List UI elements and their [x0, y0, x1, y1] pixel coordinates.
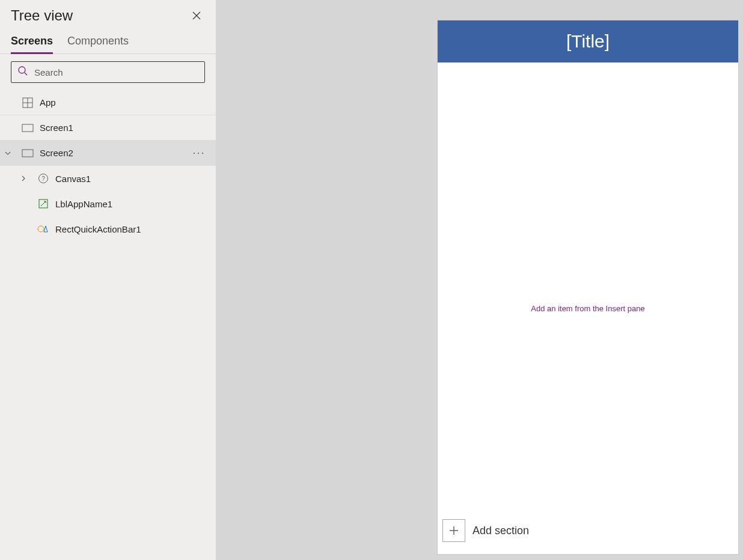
title-bar-text: [Title] [566, 31, 610, 52]
tree-item-canvas1[interactable]: ? Canvas1 [0, 166, 216, 191]
tree-item-label: Screen1 [40, 123, 209, 133]
canvas-area: [Title] Add an item from the Insert pane… [216, 0, 743, 560]
tree-item-lblappname1[interactable]: LblAppName1 [0, 191, 216, 216]
chevron-down-icon[interactable] [0, 150, 16, 157]
app-icon [22, 97, 34, 109]
add-section-button[interactable]: Add section [442, 519, 529, 542]
tab-components[interactable]: Components [67, 35, 129, 53]
tree-item-label: Canvas1 [55, 174, 209, 184]
tree-view-title: Tree view [11, 7, 73, 24]
plus-icon [442, 519, 465, 542]
label-icon [37, 198, 49, 210]
tree-item-label: Screen2 [40, 148, 183, 158]
app-root: Tree view Screens Components [0, 0, 743, 560]
search-icon [17, 65, 28, 79]
tree-view-panel: Tree view Screens Components [0, 0, 216, 560]
canvas-body: Add an item from the Insert pane Add sec… [438, 62, 738, 554]
tree-list: App Screen1 Screen2 ··· [0, 90, 216, 560]
phone-canvas[interactable]: [Title] Add an item from the Insert pane… [438, 20, 738, 554]
close-icon [192, 11, 201, 20]
tree-item-label: App [40, 97, 209, 108]
search-container [0, 54, 216, 90]
close-button[interactable] [188, 7, 205, 24]
tree-item-screen2[interactable]: Screen2 ··· [0, 141, 216, 166]
svg-rect-2 [22, 124, 33, 132]
add-section-label: Add section [472, 525, 529, 537]
screen-icon [22, 122, 34, 134]
search-input[interactable] [34, 67, 198, 78]
tree-item-label: LblAppName1 [55, 199, 209, 209]
tree-item-label: RectQuickActionBar1 [55, 224, 209, 234]
svg-text:?: ? [41, 175, 45, 182]
tree-item-app[interactable]: App [0, 90, 216, 115]
title-bar: [Title] [438, 20, 738, 62]
svg-point-7 [38, 226, 44, 232]
tabs: Screens Components [0, 26, 216, 54]
tab-screens[interactable]: Screens [11, 35, 53, 53]
svg-rect-3 [22, 150, 33, 157]
tree-header: Tree view [0, 0, 216, 26]
help-icon: ? [37, 172, 49, 184]
more-button[interactable]: ··· [189, 147, 209, 159]
screen-icon [22, 147, 34, 159]
svg-point-0 [19, 67, 25, 73]
search-box[interactable] [11, 61, 205, 83]
tree-item-rectquickactionbar1[interactable]: RectQuickActionBar1 [0, 216, 216, 242]
chevron-right-icon[interactable] [16, 175, 31, 182]
insert-hint-link[interactable]: Add an item from the Insert pane [531, 304, 644, 313]
shape-icon [37, 223, 49, 235]
tree-item-screen1[interactable]: Screen1 [0, 115, 216, 141]
